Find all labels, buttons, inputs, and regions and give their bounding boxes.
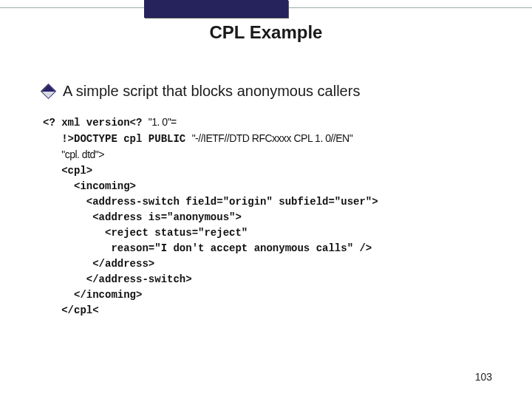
code-line: <cpl> xyxy=(43,165,92,177)
title-accent-bar xyxy=(144,0,288,18)
code-frag: "cpl. dtd"> xyxy=(61,149,104,160)
code-line: </incoming> xyxy=(43,289,142,301)
code-line: !>DOCTYPE cpl PUBLIC xyxy=(43,133,192,145)
code-line: </address-switch> xyxy=(43,273,192,285)
code-frag: "-//IETF//DTD RFCxxxx CPL 1. 0//EN" xyxy=(192,132,353,144)
code-line: <incoming> xyxy=(43,180,136,192)
code-frag: "1. 0"= xyxy=(149,116,177,128)
bullet-row: A simple script that blocks anonymous ca… xyxy=(43,83,360,100)
code-line: </address> xyxy=(43,258,154,270)
code-line: reason="I don't accept anonymous calls" … xyxy=(43,242,372,254)
code-line: <? xml version<? xyxy=(43,117,149,129)
page-number: 103 xyxy=(475,371,492,383)
code-line: </cpl< xyxy=(43,304,99,316)
diamond-bullet-icon xyxy=(41,83,56,99)
code-block: <? xml version<? "1. 0"= !>DOCTYPE cpl P… xyxy=(43,115,378,318)
code-line: <address-switch field="origin" subfield=… xyxy=(43,196,378,208)
bullet-text: A simple script that blocks anonymous ca… xyxy=(63,83,360,100)
slide-title: CPL Example xyxy=(0,22,532,43)
code-line xyxy=(43,149,61,161)
code-line: <reject status="reject" xyxy=(43,227,248,239)
code-line: <address is="anonymous"> xyxy=(43,211,242,223)
